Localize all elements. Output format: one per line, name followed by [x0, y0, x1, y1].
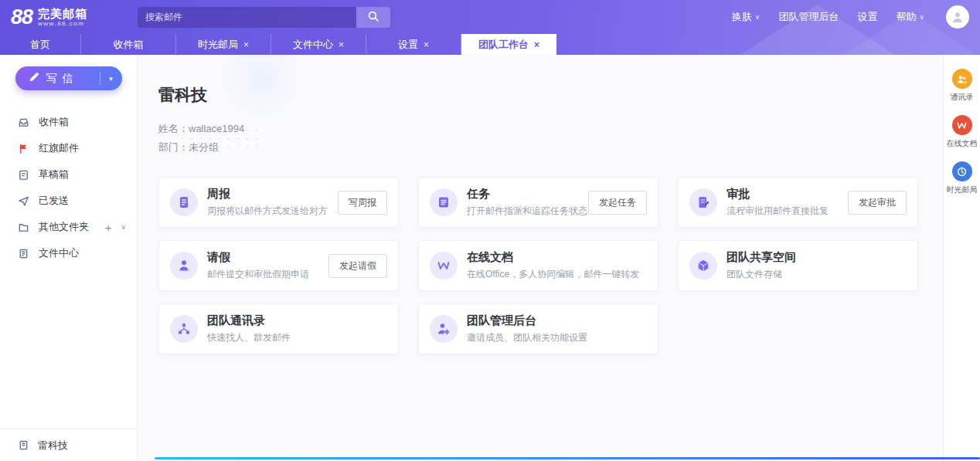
- close-icon[interactable]: ×: [243, 39, 249, 50]
- online-doc-icon: [952, 115, 972, 135]
- card-approval[interactable]: 审批 流程审批用邮件直接批复 发起审批: [678, 177, 918, 228]
- tab-inbox[interactable]: 收件箱: [81, 34, 176, 55]
- rail-label: 时光邮局: [947, 185, 978, 195]
- tab-label: 时光邮局: [198, 38, 238, 52]
- sidebar-item-drafts[interactable]: 草稿箱: [0, 161, 137, 188]
- skin-menu[interactable]: 换肤 ∨: [732, 10, 761, 24]
- rail-item-online-docs[interactable]: 在线文档: [947, 115, 978, 149]
- tab-label: 设置: [398, 38, 418, 52]
- search-input[interactable]: [138, 7, 356, 28]
- draft-icon: [17, 168, 29, 181]
- mail-app-window: 88 完美邮箱 www.88.com 换肤 ∨: [0, 0, 980, 461]
- sidebar-item-label: 已发送: [39, 194, 69, 208]
- approval-icon: [689, 188, 717, 216]
- sidebar-item-sent[interactable]: 已发送: [0, 188, 137, 214]
- time-mail-icon: [952, 161, 972, 181]
- feature-card-grid: 周报 周报将以邮件方式发送给对方 写周报 任务 打开邮件指派和追踪任务状态 发起…: [158, 177, 943, 354]
- sidebar-item-label: 草稿箱: [39, 168, 69, 181]
- card-title: 团队共享空间: [726, 250, 796, 265]
- sidebar-item-flagged[interactable]: 红旗邮件: [0, 135, 137, 161]
- right-rail: 通讯录 在线文档 时光邮局: [943, 55, 980, 461]
- rail-label: 通讯录: [951, 92, 974, 103]
- horizontal-scrollbar[interactable]: [155, 457, 980, 459]
- dept-value: 未分组: [189, 141, 219, 153]
- card-shared-space[interactable]: 团队共享空间 团队文件存储: [678, 240, 918, 291]
- logo-88-mark: 88: [11, 5, 32, 29]
- card-title: 周报: [207, 187, 328, 202]
- chevron-down-icon[interactable]: ∨: [121, 223, 126, 231]
- tab-file-center[interactable]: 文件中心 ×: [271, 34, 366, 55]
- sidebar-item-label: 收件箱: [39, 115, 69, 129]
- card-desc: 周报将以邮件方式发送给对方: [207, 205, 328, 218]
- caret-down-icon: ▾: [109, 75, 113, 83]
- tab-label: 首页: [30, 38, 50, 52]
- page-title: 雷科技: [158, 84, 943, 106]
- card-desc: 流程审批用邮件直接批复: [726, 205, 829, 218]
- brand-logo[interactable]: 88 完美邮箱 www.88.com: [11, 5, 138, 29]
- tab-team-workspace[interactable]: 团队工作台 ×: [461, 34, 556, 55]
- card-title: 请假: [207, 250, 309, 265]
- write-weekly-report-button[interactable]: 写周报: [338, 191, 387, 215]
- top-bars: 88 完美邮箱 www.88.com 换肤 ∨: [0, 0, 980, 55]
- tab-label: 团队工作台: [478, 38, 529, 52]
- card-task[interactable]: 任务 打开邮件指派和追踪任务状态 发起任务: [418, 177, 658, 228]
- start-leave-button[interactable]: 发起请假: [328, 254, 387, 278]
- card-desc: 邀请成员、团队相关功能设置: [467, 331, 587, 344]
- card-desc: 快速找人、群发邮件: [207, 331, 291, 344]
- mail-search-bar: [138, 7, 390, 28]
- tab-home[interactable]: 首页: [0, 34, 81, 55]
- help-label: 帮助: [896, 10, 916, 24]
- tab-settings[interactable]: 设置 ×: [366, 34, 461, 55]
- compose-dropdown-button[interactable]: ▾: [100, 72, 122, 85]
- start-approval-button[interactable]: 发起审批: [848, 191, 907, 215]
- close-icon[interactable]: ×: [534, 39, 539, 50]
- folder-menu: 收件箱 红旗邮件 草稿箱 已发送: [0, 109, 137, 266]
- sidebar-team-entry[interactable]: 雷科技: [0, 429, 137, 461]
- profile-dept-line: 部门：未分组: [158, 138, 943, 157]
- app-header: 88 完美邮箱 www.88.com 换肤 ∨: [0, 0, 980, 34]
- sidebar-item-label: 红旗邮件: [39, 141, 79, 155]
- rail-label: 在线文档: [947, 138, 978, 149]
- sidebar-item-file-center[interactable]: 文件中心: [0, 240, 137, 266]
- card-leave[interactable]: 请假 邮件提交和审批假期申请 发起请假: [158, 240, 399, 291]
- user-avatar[interactable]: [946, 5, 969, 29]
- card-team-admin[interactable]: 团队管理后台 邀请成员、团队相关功能设置: [418, 303, 658, 354]
- card-desc: 团队文件存储: [726, 268, 796, 281]
- compose-button[interactable]: 写信 ▾: [15, 66, 122, 90]
- team-admin-link[interactable]: 团队管理后台: [778, 10, 839, 24]
- card-title: 团队管理后台: [467, 314, 587, 328]
- inbox-icon: [17, 116, 29, 128]
- rail-item-contacts[interactable]: 通讯录: [951, 69, 974, 103]
- start-task-button[interactable]: 发起任务: [588, 191, 647, 215]
- rail-item-time-mail[interactable]: 时光邮局: [947, 161, 978, 195]
- header-nav: 换肤 ∨ 团队管理后台 设置 帮助 ∨: [732, 5, 969, 29]
- weekly-report-icon: [170, 188, 198, 216]
- card-desc: 在线Office，多人协同编辑，邮件一键转发: [467, 268, 639, 281]
- name-label: 姓名：: [158, 123, 189, 134]
- close-icon[interactable]: ×: [424, 39, 429, 50]
- add-folder-button[interactable]: +: [105, 221, 112, 234]
- sidebar-item-inbox[interactable]: 收件箱: [0, 109, 137, 135]
- card-online-docs[interactable]: 在线文档 在线Office，多人协同编辑，邮件一键转发: [418, 240, 658, 291]
- leave-icon: [170, 252, 198, 280]
- sidebar-item-other-folders[interactable]: 其他文件夹 + ∨: [0, 214, 137, 240]
- team-admin-icon: [430, 315, 458, 343]
- help-menu[interactable]: 帮助 ∨: [896, 10, 924, 24]
- settings-link[interactable]: 设置: [857, 10, 877, 24]
- close-icon[interactable]: ×: [339, 39, 344, 50]
- sent-icon: [17, 195, 29, 207]
- chevron-down-icon: ∨: [919, 13, 924, 21]
- skin-menu-label: 换肤: [732, 10, 752, 24]
- tab-time-mail[interactable]: 时光邮局 ×: [176, 34, 271, 55]
- search-icon: [367, 10, 379, 25]
- card-weekly-report[interactable]: 周报 周报将以邮件方式发送给对方 写周报: [158, 177, 399, 228]
- card-team-contacts[interactable]: 团队通讯录 快速找人、群发邮件: [158, 303, 399, 354]
- settings-label: 设置: [857, 10, 877, 24]
- flag-icon: [17, 142, 29, 154]
- profile-name-line: 姓名：wallace1994: [158, 120, 943, 138]
- search-button[interactable]: [356, 7, 390, 28]
- logo-domain: www.88.com: [38, 20, 87, 27]
- tab-label: 收件箱: [114, 38, 144, 52]
- compose-label: 写信: [46, 72, 79, 86]
- card-title: 任务: [467, 187, 587, 202]
